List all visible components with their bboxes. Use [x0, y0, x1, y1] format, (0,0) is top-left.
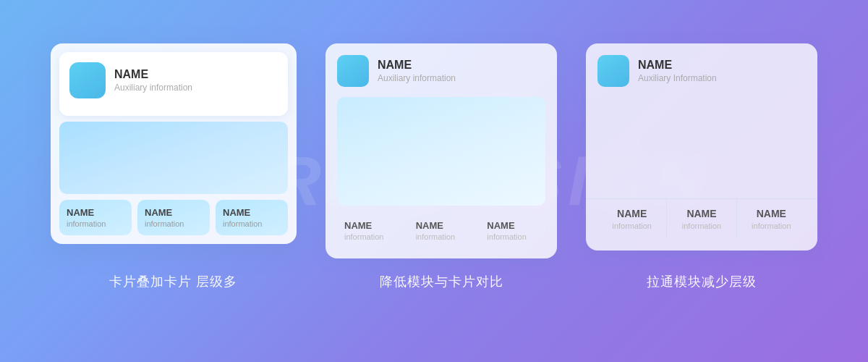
card2-aux: Auxiliary information: [378, 73, 456, 83]
card3-spacer: [597, 97, 806, 198]
card1-footer-cell-0: NAME information: [59, 200, 132, 235]
card2-footer-name-2: NAME: [487, 220, 538, 231]
card2-footer-info-0: information: [344, 232, 396, 241]
card1-header: NAME Auxiliary information: [69, 62, 278, 98]
card1-footer: NAME information NAME information NAME i…: [59, 200, 288, 235]
card1-name: NAME: [114, 68, 192, 81]
card3-footer-cell-0: NAME information: [597, 199, 667, 239]
card3-footer-name-1: NAME: [674, 208, 728, 219]
card2-name: NAME: [378, 59, 456, 72]
card2-footer-info-2: information: [487, 232, 538, 241]
cards-container: NAME Auxiliary information NAME informat…: [0, 0, 868, 258]
card3-aux: Auxiliary Information: [638, 73, 717, 83]
card3-footer-info-2: information: [744, 222, 799, 230]
avatar-card3: [597, 55, 629, 87]
card2-title-block: NAME Auxiliary information: [378, 59, 456, 83]
card3-footer-info-1: information: [674, 222, 728, 230]
card1-content: [59, 122, 288, 194]
label-item-1: 卡片叠加卡片 层级多: [51, 273, 297, 290]
label-text-2: 降低模块与卡片对比: [380, 274, 503, 289]
labels-container: 卡片叠加卡片 层级多 降低模块与卡片对比 拉通模块减少层级: [0, 258, 868, 290]
card2-header: NAME Auxiliary information: [337, 55, 545, 87]
card3-footer-name-2: NAME: [744, 208, 799, 219]
card1-footer-info-1: information: [145, 219, 203, 228]
card-3: NAME Auxiliary Information NAME informat…: [586, 43, 817, 251]
avatar-card2: [337, 55, 369, 87]
label-text-1: 卡片叠加卡片 层级多: [109, 274, 237, 289]
card3-footer-name-0: NAME: [605, 208, 659, 219]
card3-header: NAME Auxiliary Information: [597, 55, 806, 87]
card-1: NAME Auxiliary information NAME informat…: [51, 43, 297, 244]
card1-footer-info-0: information: [67, 219, 124, 228]
card1-footer-name-1: NAME: [145, 207, 203, 218]
card2-footer-name-1: NAME: [416, 220, 467, 231]
card-2: NAME Auxiliary information NAME informat…: [326, 43, 557, 258]
card2-content: [337, 97, 545, 206]
card3-footer-info-0: information: [605, 222, 659, 230]
card2-footer-info-1: information: [416, 232, 467, 241]
card2-footer-cell-2: NAME information: [480, 214, 545, 247]
label-item-3: 拉通模块减少层级: [586, 273, 817, 290]
card3-footer-cell-1: NAME information: [667, 199, 736, 239]
card3-footer-cell-2: NAME information: [737, 199, 806, 239]
card1-footer-name-0: NAME: [67, 207, 124, 218]
card3-title-block: NAME Auxiliary Information: [638, 59, 717, 83]
card3-name: NAME: [638, 59, 717, 72]
card1-inner: NAME Auxiliary information: [59, 52, 288, 116]
card1-footer-cell-2: NAME information: [216, 200, 288, 235]
card2-footer: NAME information NAME information NAME i…: [337, 214, 545, 247]
card1-footer-name-2: NAME: [223, 207, 281, 218]
card2-footer-cell-0: NAME information: [337, 214, 403, 247]
card1-aux: Auxiliary information: [114, 83, 192, 93]
card2-footer-cell-1: NAME information: [409, 214, 475, 247]
card1-title-block: NAME Auxiliary information: [114, 68, 192, 93]
avatar-card1: [69, 62, 106, 98]
card1-footer-cell-1: NAME information: [137, 200, 210, 235]
card2-footer-name-0: NAME: [344, 220, 396, 231]
label-item-2: 降低模块与卡片对比: [326, 273, 557, 290]
card3-footer: NAME information NAME information NAME i…: [597, 199, 806, 239]
label-text-3: 拉通模块减少层级: [647, 274, 757, 289]
card1-footer-info-2: information: [223, 219, 281, 228]
